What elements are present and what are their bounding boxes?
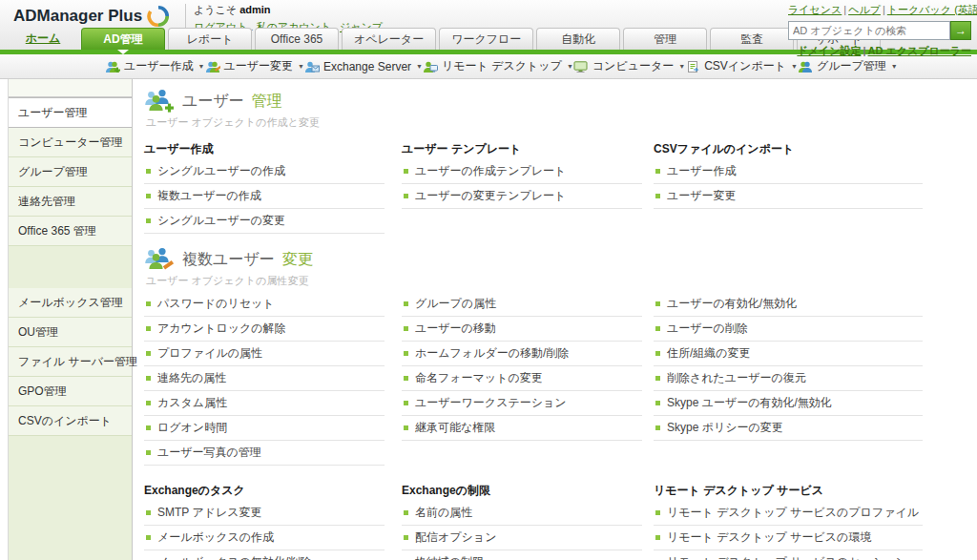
- section-title-user-management: ユーザー 管理: [144, 89, 977, 114]
- menu-item-link[interactable]: Skype ユーザーの有効化/無効化: [667, 395, 832, 411]
- ad-explorer-link[interactable]: AD エクスプローラー: [861, 45, 971, 56]
- toolbar-computer[interactable]: コンピューター▼: [573, 58, 685, 74]
- sidebar-item-gpo-management[interactable]: GPO管理: [9, 377, 132, 406]
- sidebar-item-user-management[interactable]: ユーザー管理: [9, 97, 132, 128]
- sidebar: ユーザー管理 コンピューター管理 グループ管理 連絡先管理 Office 365…: [8, 79, 133, 560]
- menu-item: Skype ポリシーの変更: [654, 416, 923, 441]
- admanager-logo[interactable]: ADManager Plus: [0, 0, 179, 28]
- menu-item-link[interactable]: 名前の属性: [415, 505, 472, 521]
- tab-home[interactable]: ホーム: [8, 28, 78, 50]
- tab-ad-management[interactable]: AD管理: [81, 28, 165, 50]
- tab-automation[interactable]: 自動化: [536, 28, 620, 50]
- sidebar-item-contact-management[interactable]: 連絡先管理: [9, 187, 132, 217]
- menu-item-link[interactable]: 継承可能な権限: [415, 420, 495, 436]
- group-management-icon: [798, 61, 813, 73]
- chevron-down-icon: ▼: [678, 63, 685, 70]
- menu-item-link[interactable]: リモート デスクトップ サービスのプロファイル: [667, 505, 919, 521]
- menu-item-link[interactable]: リモート デスクトップ サービスのセッション: [667, 554, 907, 560]
- menu-item-link[interactable]: ユーザーの有効化/無効化: [667, 296, 797, 312]
- menu-item-link[interactable]: ユーザーの移動: [415, 321, 496, 337]
- column-csv-file-import: CSVファイルのインポート ユーザー作成 ユーザー変更: [654, 134, 977, 234]
- chevron-down-icon: ▼: [198, 63, 205, 70]
- bullet-icon: [404, 535, 408, 540]
- menu-item-link[interactable]: ホームフォルダーの移動/削除: [415, 345, 569, 362]
- menu-item-link[interactable]: 格納域の制限: [415, 554, 484, 560]
- tab-operators[interactable]: オペレーター: [342, 28, 436, 50]
- menu-item-link[interactable]: リモート デスクトップ サービスの環境: [667, 529, 871, 546]
- domain-settings-link[interactable]: ドメイン設定: [797, 45, 861, 56]
- csv-import-icon: [685, 61, 700, 73]
- menu-item-link[interactable]: カスタム属性: [157, 395, 227, 411]
- toolbar-user-create[interactable]: ユーザー作成▼: [105, 58, 205, 74]
- user-create-icon: [105, 61, 120, 73]
- bullet-icon: [146, 450, 151, 455]
- menu-item-link[interactable]: ユーザー写真の管理: [157, 445, 261, 461]
- menu-item: 連絡先の属性: [144, 366, 385, 391]
- license-link[interactable]: ライセンス: [788, 4, 842, 15]
- menu-item: グループの属性: [402, 292, 642, 317]
- sidebar-item-mailbox-management[interactable]: メールボックス管理: [9, 288, 132, 318]
- menu-item-link[interactable]: ユーザー作成: [667, 163, 737, 179]
- menu-item: ユーザーの移動: [402, 317, 642, 342]
- sidebar-item-ou-management[interactable]: OU管理: [9, 318, 132, 347]
- menu-item-link[interactable]: シングルユーザーの作成: [157, 163, 285, 179]
- menu-item-link[interactable]: プロファイルの属性: [157, 345, 262, 362]
- help-link[interactable]: ヘルプ: [842, 4, 881, 15]
- menu-item-link[interactable]: Skype ポリシーの変更: [667, 420, 783, 436]
- menu-item-link[interactable]: ユーザーの変更テンプレート: [415, 188, 566, 204]
- menu-item-link[interactable]: 配信オプション: [415, 529, 496, 546]
- toolbar-exchange-server[interactable]: Exchange Server▼: [304, 60, 423, 73]
- bullet-icon: [146, 169, 151, 174]
- toolbar-user-modify[interactable]: ユーザー変更▼: [205, 58, 305, 74]
- tab-reports[interactable]: レポート: [168, 28, 252, 50]
- tab-office-365[interactable]: Office 365: [255, 28, 339, 50]
- menu-item-link[interactable]: グループの属性: [415, 296, 496, 312]
- sidebar-item-group-management[interactable]: グループ管理: [9, 157, 132, 187]
- sidebar-item-file-server-management[interactable]: ファイル サーバー管理: [9, 347, 132, 377]
- menu-item-link[interactable]: アカウントロックの解除: [157, 321, 286, 337]
- menu-item-link[interactable]: シングルユーザーの変更: [157, 213, 285, 229]
- talkback-link[interactable]: トークバック (英語): [881, 4, 977, 15]
- tab-workflow[interactable]: ワークフロー: [439, 28, 533, 50]
- ad-object-search-input[interactable]: [788, 21, 950, 40]
- sidebar-item-csv-import[interactable]: CSVのインポート: [9, 406, 132, 436]
- search-submit-button[interactable]: →: [950, 21, 971, 40]
- menu-item: 名前の属性: [402, 501, 642, 526]
- menu-item: 複数ユーザーの作成: [144, 184, 385, 209]
- sidebar-item-computer-management[interactable]: コンピューター管理: [9, 128, 132, 157]
- menu-item-link[interactable]: SMTP アドレス変更: [157, 505, 262, 521]
- column-header: ユーザー作成: [144, 141, 402, 157]
- menu-item: ユーザーの作成テンプレート: [402, 159, 642, 184]
- column-header: Exchangeのタスク: [144, 483, 402, 499]
- column-user-create: ユーザー作成 シングルユーザーの作成 複数ユーザーの作成 シングルユーザーの変更: [144, 134, 402, 234]
- bullet-icon: [655, 301, 660, 306]
- tab-admin[interactable]: 管理: [623, 28, 707, 50]
- column-header: リモート デスクトップ サービス: [654, 483, 977, 499]
- menu-item-link[interactable]: ユーザーの作成テンプレート: [415, 163, 566, 179]
- menu-item-link[interactable]: ユーザーの削除: [667, 321, 748, 337]
- menu-item: 継承可能な権限: [402, 416, 642, 441]
- column-header: CSVファイルのインポート: [654, 141, 977, 157]
- menu-item-link[interactable]: 命名フォーマットの変更: [415, 370, 543, 386]
- toolbar-remote-desktop[interactable]: リモート デスクトップ▼: [423, 58, 573, 74]
- menu-item-link[interactable]: 複数ユーザーの作成: [157, 188, 261, 204]
- app-header: ADManager Plus ようこそ admin ログアウト私のアカウントジャ…: [0, 0, 977, 50]
- menu-item-link[interactable]: ユーザーワークステーション: [415, 395, 567, 411]
- welcome-label: ようこそ: [194, 4, 237, 15]
- menu-item-link[interactable]: メールボックスの無効化/削除: [157, 554, 311, 560]
- bullet-icon: [146, 194, 151, 198]
- toolbar-group-management[interactable]: グループ管理▼: [798, 58, 898, 74]
- column-header: Exchangeの制限: [402, 483, 654, 499]
- sidebar-item-office365-management[interactable]: Office 365 管理: [9, 217, 132, 246]
- menu-item-link[interactable]: パスワードのリセット: [157, 296, 275, 312]
- tab-audit[interactable]: 監査: [710, 28, 794, 50]
- menu-item-link[interactable]: 削除されたユーザーの復元: [667, 370, 806, 386]
- menu-item-link[interactable]: 連絡先の属性: [157, 370, 226, 386]
- menu-item-link[interactable]: ユーザー変更: [667, 188, 737, 204]
- menu-item: ユーザーの削除: [654, 317, 923, 342]
- toolbar-csv-import[interactable]: CSVインポート▼: [685, 58, 798, 74]
- menu-item-link[interactable]: 住所/組織の変更: [667, 345, 751, 362]
- menu-item-link[interactable]: メールボックスの作成: [157, 529, 274, 546]
- column-bulk-3: ユーザーの有効化/無効化 ユーザーの削除 住所/組織の変更 削除されたユーザーの…: [654, 292, 977, 466]
- menu-item-link[interactable]: ログオン時間: [157, 420, 227, 436]
